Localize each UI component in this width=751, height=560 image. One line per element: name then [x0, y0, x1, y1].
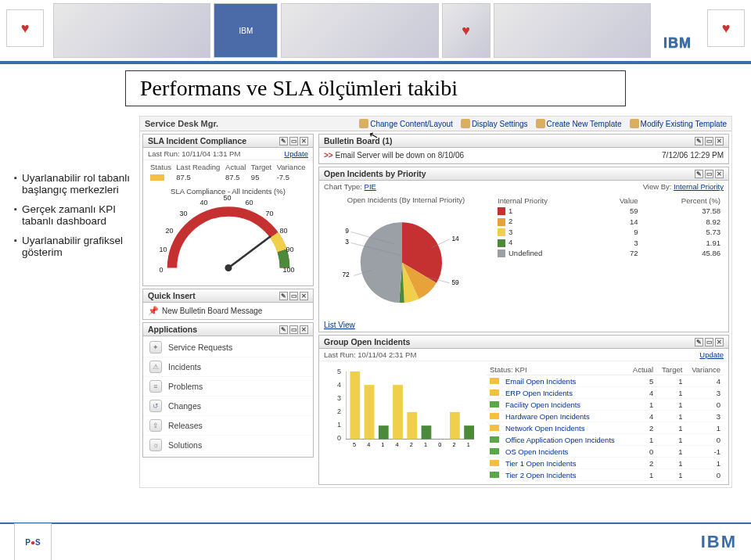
minimize-icon[interactable]: ▭	[289, 292, 298, 300]
app-item[interactable]: ☼Solutions	[143, 436, 313, 455]
svg-text:14: 14	[451, 235, 459, 242]
group-bar-chart: 543210	[324, 364, 480, 457]
app-icon: ≡	[149, 380, 162, 393]
edit-icon[interactable]: ✎	[695, 338, 703, 346]
edit-template-icon	[630, 119, 639, 128]
pos-logo: ♥	[707, 9, 745, 47]
svg-rect-21	[450, 412, 460, 440]
svg-text:1: 1	[467, 441, 470, 448]
svg-text:5: 5	[353, 441, 356, 448]
priority-table: Internal PriorityValuePercent (%) 15937.…	[494, 196, 724, 258]
bulletin-time: 7/12/06 12:29 PM	[662, 151, 724, 160]
svg-text:4: 4	[367, 441, 370, 448]
collage-item	[53, 3, 210, 58]
app-item[interactable]: ⇪Releases	[143, 416, 313, 436]
close-icon[interactable]: ✕	[715, 338, 724, 346]
update-link[interactable]: Update	[284, 149, 308, 158]
collage-item	[281, 3, 438, 58]
table-row: Office Application Open Incidents110	[487, 434, 724, 446]
bullet-item: Uyarlanabilir rol tabanlı başlangıç merk…	[14, 172, 131, 196]
svg-rect-15	[365, 385, 375, 439]
dashboard-screenshot: Service Desk Mgr. Change Content/Layout …	[139, 116, 732, 488]
app-item[interactable]: ≡Problems	[143, 377, 313, 397]
svg-rect-16	[379, 425, 389, 439]
edit-icon[interactable]: ✎	[279, 137, 288, 145]
edit-icon[interactable]: ✎	[279, 292, 288, 300]
pie-panel: Open Incidents by Priority ✎▭✕ Chart Typ…	[318, 167, 729, 332]
app-icon: ✦	[149, 341, 162, 354]
minimize-icon[interactable]: ▭	[705, 137, 713, 145]
slide-header: ♥ IBM ♥ IBM ♥	[0, 0, 751, 61]
dashboard-toolbar: Change Content/Layout Display Settings C…	[359, 119, 727, 128]
table-row: Undefined7245.86	[494, 248, 724, 258]
svg-text:1: 1	[381, 441, 384, 448]
panel-title-text: Open Incidents by Priority	[324, 169, 426, 178]
svg-text:0: 0	[438, 441, 441, 448]
sla-gauge: 0 10 20 30 40 50 60 70 80 90 100	[158, 197, 299, 275]
edit-icon[interactable]: ✎	[279, 325, 288, 334]
quick-insert-item[interactable]: New Bulletin Board Message	[162, 307, 262, 315]
edit-icon[interactable]: ✎	[695, 137, 703, 145]
app-item[interactable]: ✦Service Requests	[143, 338, 313, 357]
table-row: 431.91	[494, 237, 724, 247]
group-incidents-panel: Group Open Incidents ✎▭✕ Last Run: 10/11…	[318, 335, 729, 485]
bullet-item: Uyarlanabilir grafiksel gösterim	[14, 235, 131, 258]
sla-readings-table: StatusLast ReadingActualTargetVariance 8…	[148, 162, 308, 182]
status-icon	[490, 389, 499, 396]
svg-text:2: 2	[410, 441, 413, 448]
edit-icon[interactable]: ✎	[695, 170, 703, 178]
quick-insert-panel: Quick Insert ✎▭✕ 📌New Bulletin Board Mes…	[142, 289, 314, 320]
table-row: ERP Open Incidents413	[487, 387, 724, 399]
svg-rect-17	[393, 385, 403, 439]
toolbar-link[interactable]: Display Settings	[461, 119, 528, 128]
applications-panel: Applications ✎▭✕ ✦Service Requests ⚠Inci…	[142, 322, 314, 458]
svg-text:72: 72	[342, 271, 350, 278]
table-row: Tier 1 Open Incidents211	[487, 458, 724, 469]
layout-icon	[359, 119, 368, 128]
close-icon[interactable]: ✕	[715, 137, 724, 145]
panel-title-text: Bulletin Board (1)	[324, 136, 393, 145]
panel-title-text: Quick Insert	[148, 291, 196, 300]
ibm-logo: IBM	[701, 532, 737, 552]
close-icon[interactable]: ✕	[300, 137, 308, 145]
header-collage: IBM ♥	[50, 0, 654, 61]
toolbar-link[interactable]: Modify Existing Template	[630, 119, 727, 128]
collage-item	[494, 3, 651, 58]
toolbar-link[interactable]: Create New Template	[536, 119, 622, 128]
app-item[interactable]: ↺Changes	[143, 397, 313, 416]
svg-text:2: 2	[452, 441, 455, 448]
dashboard-title: Service Desk Mgr.	[145, 119, 218, 128]
pin-icon: 📌	[148, 306, 159, 315]
status-icon	[490, 472, 499, 478]
close-icon[interactable]: ✕	[300, 325, 308, 334]
pos-logo-mid: ♥	[442, 3, 490, 58]
toolbar-link[interactable]: Change Content/Layout	[359, 119, 453, 128]
ibm-logo: IBM	[663, 25, 692, 52]
status-bar-icon	[150, 174, 164, 181]
table-row: OS Open Incidents01-1	[487, 446, 724, 458]
status-icon	[490, 448, 499, 454]
table-row: 2148.92	[494, 216, 724, 226]
arrow-icon: >>	[324, 151, 333, 160]
app-icon: ☼	[149, 439, 162, 451]
close-icon[interactable]: ✕	[300, 292, 308, 300]
panel-title-text: Group Open Incidents	[324, 337, 410, 346]
minimize-icon[interactable]: ▭	[289, 137, 298, 145]
ibm-logo-mid: IBM	[214, 3, 278, 58]
minimize-icon[interactable]: ▭	[705, 338, 713, 346]
list-view-link[interactable]: List View	[319, 318, 728, 332]
app-icon: ⇪	[149, 419, 162, 432]
kpi-table: Status: KPIActualTargetVariance Email Op…	[487, 364, 724, 481]
table-row: Tier 2 Open Incidents110	[487, 469, 724, 481]
svg-rect-22	[464, 425, 474, 439]
svg-rect-19	[422, 425, 432, 439]
minimize-icon[interactable]: ▭	[289, 325, 298, 334]
app-item[interactable]: ⚠Incidents	[143, 357, 313, 377]
close-icon[interactable]: ✕	[715, 170, 724, 178]
minimize-icon[interactable]: ▭	[705, 170, 713, 178]
view-by-link[interactable]: Internal Priority	[674, 182, 724, 191]
update-link[interactable]: Update	[699, 350, 724, 359]
bullet-item: Gerçek zamanlı KPI tabanlı dashboard	[14, 203, 131, 227]
chart-type-link[interactable]: PIE	[365, 182, 376, 191]
display-icon	[461, 119, 470, 128]
